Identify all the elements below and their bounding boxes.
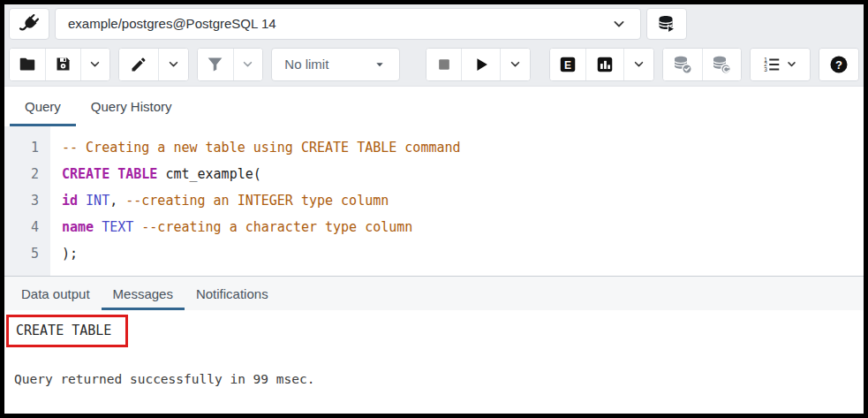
sql-editor[interactable]: 1 -- Creating a new table using CREATE T…: [4, 126, 864, 277]
svg-text:?: ?: [835, 57, 842, 71]
code-line: 5 );: [4, 240, 864, 267]
question-mark-icon: ?: [828, 54, 849, 75]
chevron-down-icon: [610, 15, 628, 33]
stop-icon: [435, 56, 453, 73]
sql-text: );: [62, 246, 78, 262]
line-number: 4: [4, 214, 50, 240]
help-button-group: ?: [819, 48, 859, 81]
tab-query[interactable]: Query: [10, 87, 76, 126]
macros-dropdown[interactable]: 1 2 3: [751, 49, 811, 80]
status-text: Query returned successfully in 99 msec.: [14, 372, 314, 386]
filter-options-dropdown[interactable]: [233, 49, 263, 80]
row-limit-value: No limit: [284, 57, 328, 72]
tab-messages-label: Messages: [113, 286, 173, 301]
cancel-query-button[interactable]: [426, 49, 462, 80]
play-icon: [472, 55, 491, 74]
edit-options-dropdown[interactable]: [158, 49, 188, 80]
transaction-button-group: [662, 48, 741, 81]
new-connection-button[interactable]: [646, 8, 687, 40]
open-file-button[interactable]: [10, 49, 45, 80]
result-text: CREATE TABLE: [16, 323, 111, 338]
tab-messages[interactable]: Messages: [102, 277, 185, 310]
chevron-down-icon: [631, 57, 646, 72]
explain-options-dropdown[interactable]: [623, 49, 653, 80]
folder-icon: [18, 55, 37, 74]
plug-icon: [18, 12, 41, 35]
toolbar: No limit: [4, 42, 864, 86]
tab-notifications[interactable]: Notifications: [185, 277, 280, 310]
code-line: 3 id INT, --creating an INTEGER type col…: [4, 187, 864, 214]
numbered-list-icon: 1 2 3: [762, 55, 781, 74]
row-limit-dropdown[interactable]: No limit: [271, 48, 399, 81]
filter-button[interactable]: [198, 49, 233, 80]
dropdown-arrow-icon: [373, 57, 387, 72]
line-number: 5: [4, 240, 50, 267]
svg-text:E: E: [564, 58, 571, 71]
editor-tab-bar: Query Query History: [4, 86, 864, 126]
save-button[interactable]: [45, 49, 80, 80]
line-number: 1: [4, 134, 50, 161]
database-play-icon: [656, 13, 677, 34]
sql-text: ,: [109, 193, 125, 209]
chevron-down-icon: [87, 57, 102, 72]
tab-query-label: Query: [25, 99, 61, 114]
chevron-down-icon: [166, 57, 181, 72]
sql-keyword: name: [62, 219, 94, 235]
code-line: 2 CREATE TABLE cmt_example(: [4, 161, 864, 187]
macro-button-group: 1 2 3: [750, 48, 811, 81]
tab-data-output-label: Data output: [21, 286, 90, 301]
chevron-down-icon: [785, 57, 798, 71]
line-number: 2: [4, 161, 50, 187]
chevron-down-icon: [508, 57, 523, 72]
execute-query-button[interactable]: [461, 49, 500, 80]
sql-text: [133, 219, 141, 235]
chevron-down-icon: [240, 57, 255, 72]
save-icon: [54, 55, 72, 73]
rollback-button[interactable]: [702, 49, 741, 80]
svg-text:3: 3: [764, 65, 767, 72]
commit-button[interactable]: [663, 49, 702, 80]
tab-data-output[interactable]: Data output: [10, 277, 102, 310]
sql-keyword: CREATE TABLE: [62, 166, 157, 182]
sql-comment: --creating an INTEGER type column: [125, 193, 389, 209]
sql-keyword: id: [62, 193, 78, 209]
explain-analyze-button[interactable]: [585, 49, 624, 80]
save-options-dropdown[interactable]: [80, 49, 110, 80]
connection-selector[interactable]: example/postgres@PostgreSQL 14: [55, 8, 641, 40]
help-button[interactable]: ?: [819, 49, 858, 80]
bar-chart-icon: [595, 55, 615, 74]
execute-options-dropdown[interactable]: [500, 49, 530, 80]
tab-notifications-label: Notifications: [196, 286, 268, 301]
annotation-red-box: CREATE TABLE: [6, 315, 128, 347]
filter-button-group: [197, 48, 264, 81]
sql-comment: -- Creating a new table using CREATE TAB…: [62, 140, 461, 156]
line-number: 3: [4, 187, 50, 214]
execute-button-group: [426, 48, 531, 81]
pencil-icon: [130, 56, 147, 73]
tab-query-history[interactable]: Query History: [76, 87, 187, 126]
connection-label: example/postgres@PostgreSQL 14: [68, 16, 276, 31]
explain-icon: E: [558, 55, 577, 74]
sql-datatype: INT: [78, 193, 109, 209]
edit-button-group: [118, 48, 189, 81]
code-line: 1 -- Creating a new table using CREATE T…: [4, 134, 864, 161]
database-rollback-icon: [711, 54, 732, 75]
messages-panel: CREATE TABLE Query returned successfully…: [4, 310, 864, 414]
database-commit-icon: [672, 54, 693, 75]
edit-button[interactable]: [119, 49, 158, 80]
connection-bar: example/postgres@PostgreSQL 14: [4, 4, 864, 42]
file-button-group: [9, 48, 110, 81]
filter-icon: [206, 55, 224, 73]
explain-button[interactable]: E: [550, 49, 585, 80]
output-tab-bar: Data output Messages Notifications: [4, 277, 864, 310]
connection-status-button[interactable]: [9, 8, 49, 40]
sql-comment: --creating a character type column: [141, 219, 412, 235]
code-line: 4 name TEXT --creating a character type …: [4, 214, 864, 240]
sql-datatype: TEXT: [94, 219, 133, 235]
pgadmin-query-tool-window: example/postgres@PostgreSQL 14: [0, 0, 868, 418]
tab-query-history-label: Query History: [91, 99, 172, 114]
sql-text: cmt_example(: [157, 166, 260, 182]
explain-button-group: E: [549, 48, 654, 81]
